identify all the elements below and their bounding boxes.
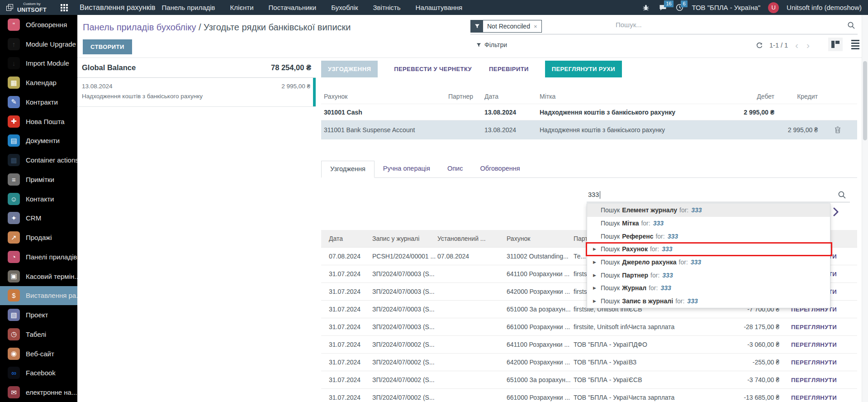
move-line-row[interactable]: 31.07.2024 ЗП/2024/07/0002 (S... 641100 …	[321, 335, 857, 353]
search-suggestion-item[interactable]: ▶ Пошук Партнер for: 333	[587, 268, 830, 282]
sidebar-item[interactable]: ◷ Табелі	[0, 325, 77, 344]
cell-journal-entry: ЗП/2024/07/0003 (S...	[372, 323, 437, 330]
sidebar-item[interactable]: ◉ Веб-сайт	[0, 344, 77, 364]
menu-item[interactable]: Постачальники	[269, 4, 317, 11]
search-suggestion-item[interactable]: ▶ Пошук Мітка for: 333	[587, 217, 830, 230]
expand-caret-icon[interactable]: ▶	[593, 260, 601, 264]
validate-button[interactable]: УЗГОДЖЕННЯ	[321, 61, 378, 77]
expand-caret-icon[interactable]: ▶	[593, 273, 601, 278]
search-suggestion-item[interactable]: ▶ Пошук Запис в журналі for: 333	[587, 295, 830, 308]
search-input[interactable]	[616, 21, 842, 29]
sidebar-item[interactable]: ◔ Панелі приладів	[0, 247, 77, 267]
messages-icon[interactable]: 16	[658, 3, 667, 12]
view-move-button[interactable]: ПЕРЕГЛЯНУТИ	[787, 392, 840, 402]
activities-clock-icon[interactable]: 6	[675, 3, 684, 12]
view-move-button[interactable]: ПЕРЕГЛЯНУТИ	[787, 339, 840, 351]
sidebar-item[interactable]: $ Виставлення ра...	[0, 286, 77, 306]
current-app-name[interactable]: Виставлення рахунків	[80, 3, 156, 12]
sidebar-item[interactable]: ↗ Продажі	[0, 228, 77, 247]
suggestion-value: 333	[687, 297, 697, 305]
move-line-row[interactable]: 31.07.2024 ЗП/2024/07/0002 (S... 651000 …	[321, 371, 857, 388]
sidebar-item[interactable]: ↓ Import Module	[0, 54, 77, 73]
breadcrumb-parent-link[interactable]: Панель приладів бухобліку	[83, 22, 196, 32]
sidebar-item[interactable]: ▩ Container actions	[0, 150, 77, 170]
apps-grid-icon[interactable]	[61, 4, 68, 11]
menu-item[interactable]: Налаштування	[416, 4, 463, 11]
sidebar-app-icon: ◔	[8, 251, 20, 263]
entry-row[interactable]: 301001 Cash 13.08.2024 Надходження кошті…	[321, 104, 857, 120]
menu-item[interactable]: Звітність	[373, 4, 401, 11]
user-avatar[interactable]: U	[768, 2, 779, 13]
sidebar-item[interactable]: ▣ Касовий термін...	[0, 267, 77, 286]
create-button[interactable]: СТВОРИТИ	[83, 39, 132, 54]
search-magnifier-icon[interactable]	[847, 21, 855, 31]
expand-caret-icon[interactable]: ▶	[593, 286, 601, 290]
widget-tab[interactable]: Ручна операція	[375, 161, 439, 177]
search-suggestion-item[interactable]: ▶ Пошук Джерело рахунка for: 333	[587, 256, 830, 269]
sidebar-item[interactable]: ✎ Контракти	[0, 92, 77, 112]
sidebar-item[interactable]: ≡ Примітки	[0, 170, 77, 189]
col-label: Мітка	[540, 93, 730, 100]
widget-tab[interactable]: Опис	[439, 161, 471, 177]
filters-button[interactable]: Фільтри	[476, 41, 507, 48]
company-switcher[interactable]: ТОВ "БПЛА - Україна"	[692, 4, 760, 11]
suggestion-prefix: Пошук	[601, 245, 620, 253]
sidebar-item[interactable]: ☺ Контакти	[0, 189, 77, 209]
menu-item[interactable]: Бухоблік	[331, 4, 358, 11]
menu-item[interactable]: Панель приладів	[162, 4, 215, 11]
expand-caret-icon[interactable]: ▶	[593, 247, 601, 251]
widget-tab[interactable]: Узгодження	[321, 161, 375, 178]
kanban-view-icon	[831, 41, 840, 48]
list-view-button[interactable]	[848, 38, 863, 51]
statement-line-card[interactable]: 13.08.2024 2 995,00 ₴ Надходження коштів…	[77, 78, 316, 107]
search-suggestion-item[interactable]: ▶ Пошук Рахунок for: 333	[587, 243, 830, 256]
search-suggestion-item[interactable]: ▶ Пошук Елемент журналу for: 333	[587, 204, 830, 217]
suggestion-value: 333	[691, 206, 702, 214]
debug-bug-icon[interactable]	[641, 3, 650, 12]
move-line-row[interactable]: 31.07.2024 ЗП/2024/07/0002 (S... 661000 …	[321, 388, 857, 402]
entry-row[interactable]: 311001 Bank Suspense Account 13.08.2024 …	[321, 120, 857, 139]
sidebar-item[interactable]: ✉ електронне на...	[0, 383, 77, 402]
widget-tab[interactable]: Обговорення	[471, 161, 528, 177]
move-line-row[interactable]: 31.07.2024 ЗП/2024/07/0003 (S... 661000 …	[321, 318, 857, 335]
reconcile-search-input[interactable]	[587, 188, 822, 198]
pager-prev-button[interactable]: ‹	[794, 40, 799, 50]
menu-item[interactable]: Клієнти	[230, 4, 254, 11]
sidebar-item[interactable]: ▦ Календар	[0, 73, 77, 92]
pager-range: 1-1 / 1	[769, 42, 788, 49]
search-suggestion-item[interactable]: ▶ Пошук Референс for: 333	[587, 230, 830, 243]
view-moves-button[interactable]: ПЕРЕГЛЯНУТИ РУХИ	[545, 61, 622, 77]
search-suggestion-item[interactable]: ▶ Пошук Журнал for: 333	[587, 282, 830, 295]
view-move-button[interactable]: ПЕРЕГЛЯНУТИ	[787, 374, 840, 386]
chevron-right-icon[interactable]	[833, 207, 839, 218]
pager-next-button[interactable]: ›	[806, 40, 811, 50]
scrollbar-thumb[interactable]	[863, 61, 867, 140]
cell-amount: -3 740,00 ₴	[719, 376, 779, 383]
sidebar-item[interactable]: ▧ Проект	[0, 305, 77, 325]
kanban-view-button[interactable]	[828, 38, 843, 51]
statement-line-date: 13.08.2024	[82, 83, 113, 90]
sidebar-item-label: Facebook	[26, 369, 56, 377]
global-balance-title: Global Balance	[82, 63, 136, 72]
cell-account: 642000 Розрахунки ...	[507, 359, 574, 366]
sidebar-item[interactable]: “ Обговорення	[0, 15, 77, 34]
cell-label: Чиста зарплата	[629, 323, 719, 330]
user-menu[interactable]: Unitsoft info (demoshow)	[787, 4, 862, 11]
unitsoft-logo[interactable]: Custom by UNITSOFT	[0, 2, 58, 13]
sidebar-item[interactable]: ∞ Facebook	[0, 364, 77, 383]
delete-line-trash-icon[interactable]	[835, 126, 841, 134]
facet-remove-button[interactable]: ×	[534, 23, 537, 30]
refresh-icon[interactable]	[756, 42, 763, 49]
sidebar-item[interactable]: ↑ Module Upgrade	[0, 34, 77, 54]
sidebar-item[interactable]: ▤ Документи	[0, 131, 77, 151]
view-move-button[interactable]: ПЕРЕГЛЯНУТИ	[787, 356, 840, 368]
expand-caret-icon[interactable]: ▶	[593, 299, 601, 303]
to-draft-button[interactable]: ПЕРЕВЕСТИ У ЧЕРНЕТКУ	[393, 61, 473, 77]
search-filter-facet[interactable]: Not Reconciled ×	[470, 20, 542, 33]
sidebar-item[interactable]: ✚ Нова Пошта	[0, 112, 77, 131]
check-button[interactable]: ПЕРЕВІРИТИ	[488, 61, 530, 77]
reconcile-search-magnifier-icon[interactable]	[838, 191, 846, 201]
sidebar-item[interactable]: ✦ CRM	[0, 209, 77, 228]
view-move-button[interactable]: ПЕРЕГЛЯНУТИ	[787, 321, 840, 333]
move-line-row[interactable]: 31.07.2024 ЗП/2024/07/0002 (S... 642000 …	[321, 353, 857, 371]
